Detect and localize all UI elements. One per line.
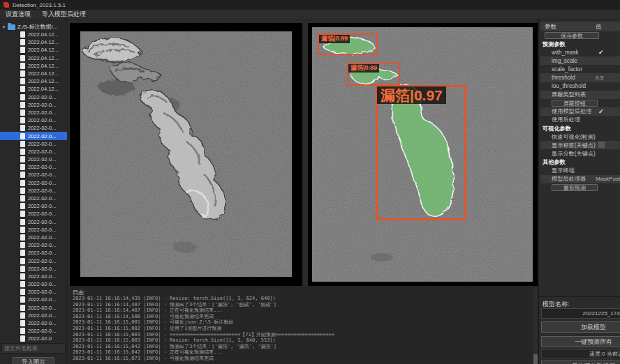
tree-item[interactable]: 2022-02-0... bbox=[0, 132, 68, 139]
param-action-button[interactable]: 屏蔽按钮 bbox=[552, 100, 598, 107]
tree-item[interactable]: 2022-02-0... bbox=[0, 179, 68, 187]
file-icon bbox=[20, 172, 25, 178]
original-image-panel bbox=[70, 23, 302, 286]
tree-item[interactable]: 2022-02-0... bbox=[0, 234, 68, 241]
param-row[interactable]: threshold0.5 bbox=[540, 73, 620, 82]
tree-item[interactable]: 2022-02-0 bbox=[0, 335, 68, 342]
param-row[interactable]: 屏蔽类型列表 bbox=[540, 91, 620, 99]
file-icon bbox=[20, 47, 25, 53]
tree-item[interactable]: 2022.04.12... bbox=[0, 46, 68, 54]
tree-item[interactable]: 2022-02-0... bbox=[0, 93, 68, 101]
menu-item-0[interactable]: 设置选项 bbox=[6, 10, 31, 19]
tree-item[interactable]: 2022-02-0... bbox=[0, 101, 68, 109]
tree-item[interactable]: 2022-02-0... bbox=[0, 124, 68, 132]
tree-item[interactable]: 2022.04.12... bbox=[0, 62, 68, 70]
param-row[interactable]: 使用后处理 bbox=[540, 116, 620, 124]
app-logo-icon bbox=[3, 2, 9, 8]
tree-item[interactable]: 2022-02-0... bbox=[0, 304, 68, 312]
left-image-viewport[interactable] bbox=[80, 31, 292, 277]
tree-item[interactable]: 2022-02-0... bbox=[0, 273, 68, 280]
tree-item-label: 2022-02-0... bbox=[28, 242, 56, 248]
import-images-button[interactable]: 导入图片 bbox=[13, 357, 54, 364]
log-line: 2023-01-11 16:16:15,001 |INFO| - 可视化json… bbox=[73, 319, 334, 326]
log-line: 2023-01-11 16:16:15,002 |INFO| - 使用了1张图片… bbox=[73, 326, 334, 332]
param-row[interactable]: iou_threshold bbox=[540, 82, 620, 91]
tree-item[interactable]: 2022-02-0... bbox=[0, 171, 68, 179]
tree-item[interactable]: 2022-02-0... bbox=[0, 218, 68, 226]
postprocess-params-button[interactable]: 后处理参数设置 bbox=[541, 361, 620, 364]
tree-item[interactable]: 2022-02-0... bbox=[0, 163, 68, 171]
chevron-down-icon[interactable]: ▾ bbox=[0, 24, 8, 30]
tree-item-label: 2022-02-0... bbox=[28, 125, 56, 131]
param-row[interactable]: with_mask✓ bbox=[540, 48, 620, 56]
tree-item-label: 2022.04.12... bbox=[28, 39, 59, 45]
param-name: 显示标签(关键点) bbox=[540, 142, 596, 149]
file-icon bbox=[20, 250, 25, 256]
param-row[interactable]: 使用模型后处理✓ bbox=[540, 107, 620, 116]
tree-item[interactable]: 2022-02-0... bbox=[0, 210, 68, 218]
tree-item[interactable]: 2022-02-0... bbox=[0, 195, 68, 202]
param-action-button[interactable]: 重新预测 bbox=[552, 184, 598, 191]
tree-item[interactable]: 2022-02-0... bbox=[0, 249, 68, 257]
tree-item[interactable]: 2022-02-0... bbox=[0, 148, 68, 156]
param-row[interactable]: 屏蔽按钮 bbox=[540, 99, 620, 107]
param-name: 使用模型后处理 bbox=[540, 107, 591, 115]
tree-item[interactable]: 2022-02-0... bbox=[0, 312, 68, 319]
param-row[interactable]: img_scale bbox=[540, 56, 620, 65]
tree-item[interactable]: 2022-02-0... bbox=[0, 241, 68, 249]
param-row[interactable]: 模型后处理器MaskPostPro bbox=[540, 175, 620, 183]
tree-item-label: 2022-02-0... bbox=[28, 296, 56, 303]
tree-item[interactable]: 2022-02-0... bbox=[0, 280, 68, 288]
tree-item-label: 2022-02-0... bbox=[28, 250, 56, 256]
param-row[interactable]: scale_factor bbox=[540, 65, 620, 73]
tree-item-label: 2022-02-0... bbox=[28, 133, 56, 139]
param-row[interactable]: 显示标签(关键点) bbox=[540, 141, 620, 149]
predict-all-button[interactable]: 一键预测所有 bbox=[541, 336, 620, 347]
tree-item[interactable]: 2022-02-0... bbox=[0, 140, 68, 148]
file-icon bbox=[20, 320, 25, 326]
param-row[interactable]: 显示终端 bbox=[540, 167, 620, 175]
tree-item[interactable]: 2022-02-0... bbox=[0, 109, 68, 116]
tree-item-label: 2022-02-0... bbox=[28, 195, 56, 202]
tree-item[interactable]: 2022-02-0... bbox=[0, 257, 68, 264]
file-icon bbox=[20, 234, 25, 241]
load-model-button[interactable]: 加载模型 bbox=[541, 321, 620, 333]
menu-item-1[interactable]: 导入模型后处理 bbox=[42, 10, 86, 19]
checked-checkbox[interactable]: ✓ bbox=[596, 49, 604, 56]
tree-item-label: 2022-02-0... bbox=[28, 203, 56, 209]
param-row[interactable]: 显示分数(关键点) bbox=[540, 149, 620, 158]
tree-item[interactable]: 2022.04.12... bbox=[0, 77, 68, 85]
param-name: 屏蔽类型列表 bbox=[540, 91, 586, 98]
tree-item[interactable]: 2022.04.12... bbox=[0, 54, 68, 62]
log-line: 2023-01-11 16:16:14,487 |INFO| - 正在可视化预测… bbox=[73, 308, 334, 314]
tree-item[interactable]: 2022.04.12... bbox=[0, 31, 68, 38]
file-icon bbox=[20, 102, 25, 108]
checked-checkbox[interactable]: ✓ bbox=[596, 108, 604, 115]
tree-item-label: 2022-02-0... bbox=[28, 281, 56, 287]
tree-item[interactable]: 2022-02-0... bbox=[0, 116, 68, 124]
tree-item[interactable]: 2022.04.12... bbox=[0, 38, 68, 46]
param-row[interactable]: 保存参数 bbox=[540, 31, 620, 40]
log-line: 2023-01-11 16:16:14,435 |INFO| - Resize:… bbox=[73, 296, 334, 302]
tree-item[interactable]: 2022-02-0... bbox=[0, 296, 68, 303]
right-image-viewport[interactable]: 漏箔|0.99漏箔|0.89漏箔|0.97 bbox=[312, 27, 533, 282]
tree-root-folder[interactable]: ▾ Z:/5-标注数据/... bbox=[0, 23, 68, 31]
tree-item[interactable]: 2022-02-0... bbox=[0, 327, 68, 335]
param-row[interactable]: 快速可视化(检测) bbox=[540, 132, 620, 141]
file-icon bbox=[20, 63, 25, 69]
unchecked-checkbox[interactable] bbox=[596, 141, 605, 150]
tree-item[interactable]: 2022-02-0... bbox=[0, 265, 68, 273]
filename-search-input[interactable] bbox=[1, 343, 66, 354]
tree-item[interactable]: 2022-02-0... bbox=[0, 288, 68, 296]
tree-item[interactable]: 2022-02-0... bbox=[0, 319, 68, 327]
param-row[interactable]: 重新预测 bbox=[540, 183, 620, 192]
param-action-button[interactable]: 保存参数 bbox=[545, 32, 599, 39]
tree-item[interactable]: 2022.04.12... bbox=[0, 70, 68, 77]
tree-item[interactable]: 2022-02-0... bbox=[0, 202, 68, 210]
tree-item[interactable]: 2022.04.12... bbox=[0, 85, 68, 93]
tree-item-label: 2022-02-0... bbox=[28, 273, 56, 280]
tree-item[interactable]: 2022-02-0... bbox=[0, 226, 68, 234]
tree-item[interactable]: 2022-02-0... bbox=[0, 187, 68, 195]
tree-item[interactable]: 2022-02-0... bbox=[0, 156, 68, 163]
detection-label-1: 漏箔|0.89 bbox=[348, 64, 379, 73]
